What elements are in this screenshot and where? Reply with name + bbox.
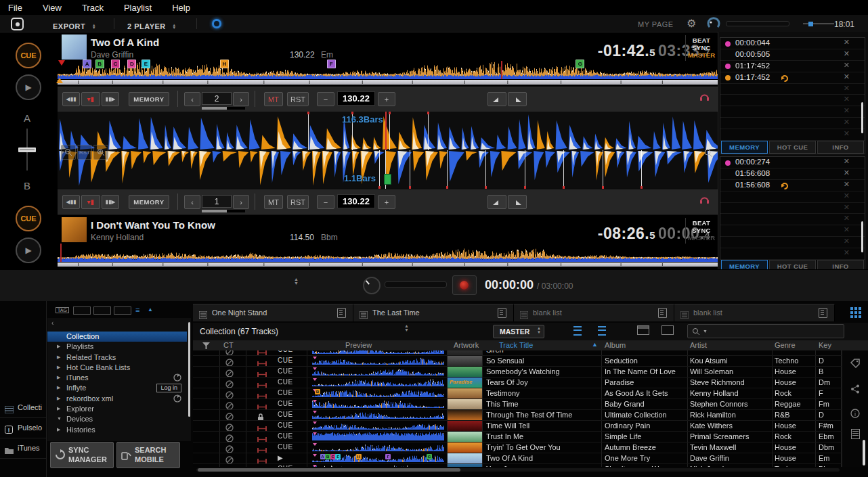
tempo-minus-button[interactable]: − bbox=[317, 195, 334, 209]
shortcut-itunes[interactable]: iTunes bbox=[0, 438, 46, 459]
sidebar-item-rekordbox-xml[interactable]: ▶rekordbox xml bbox=[47, 394, 187, 404]
sidebar-item-histories[interactable]: ▶Histories bbox=[47, 425, 187, 435]
grid-view-icon[interactable] bbox=[850, 307, 861, 318]
table-row[interactable]: CUEBTestimonyAs Good As It GetsKenny Hol… bbox=[193, 388, 842, 399]
col-preview[interactable]: Preview bbox=[345, 341, 372, 349]
master-deck-select[interactable]: MASTER ▲▼ bbox=[493, 325, 544, 338]
delete-cue-icon[interactable]: ✕ bbox=[844, 95, 850, 104]
player-mode-select[interactable]: 2 PLAYER ▲▼ bbox=[127, 20, 176, 32]
cue-row[interactable]: ✕01:17:452 bbox=[720, 72, 865, 84]
preview-waveform[interactable] bbox=[312, 367, 444, 376]
tree-arrow-icon[interactable]: ▶ bbox=[57, 406, 60, 411]
search-filter-dropdown-icon[interactable]: ▼ bbox=[703, 329, 708, 334]
cue-row[interactable]: ✕ bbox=[720, 106, 865, 118]
playlist-tab-2[interactable]: The Last Time bbox=[353, 304, 514, 321]
export-mode-select[interactable]: EXPORT ▲▼ bbox=[53, 20, 96, 32]
deck2-beat-sync[interactable]: BEATSYNCMASTER bbox=[685, 218, 717, 244]
menu-item-view[interactable]: View bbox=[43, 3, 62, 13]
deck2-headphone-cue-icon[interactable] bbox=[699, 195, 710, 207]
zoom-out-icon[interactable] bbox=[61, 145, 76, 160]
sidebar-item-collection[interactable]: Collection bbox=[47, 332, 187, 342]
playlist-doc-icon[interactable] bbox=[337, 308, 346, 318]
preview-waveform[interactable] bbox=[312, 432, 444, 441]
table-row[interactable]: CUEThis TimeBaby GrandStephen ConnorsReg… bbox=[193, 399, 842, 410]
refresh-icon[interactable] bbox=[173, 373, 181, 383]
col-title[interactable]: Track Title bbox=[499, 341, 533, 349]
track-detail-icon[interactable] bbox=[851, 429, 860, 439]
deck1-headphone-cue-icon[interactable] bbox=[699, 92, 710, 104]
related-tracks-icon[interactable] bbox=[850, 384, 860, 394]
settings-gear-icon[interactable]: ⚙ bbox=[687, 17, 696, 30]
delete-cue-icon[interactable]: ✕ bbox=[844, 72, 850, 81]
deck-fader-handle[interactable] bbox=[18, 147, 36, 152]
search-input[interactable]: ▼ bbox=[687, 324, 844, 338]
table-row[interactable]: CUEThrough The Test Of TimeUltimate Coll… bbox=[193, 410, 842, 421]
tab-hot-cue[interactable]: HOT CUE bbox=[769, 141, 816, 154]
memory-button[interactable]: MEMORY bbox=[129, 92, 169, 106]
preview-waveform[interactable] bbox=[312, 465, 444, 467]
artwork-view-icon[interactable] bbox=[637, 325, 649, 335]
col-artist[interactable]: Artist bbox=[690, 341, 707, 349]
sidebar-item-related-tracks[interactable]: ▶Related Tracks bbox=[47, 353, 187, 363]
deck1-cue-button[interactable]: CUE bbox=[16, 43, 41, 68]
rec-level-knob[interactable] bbox=[363, 277, 381, 294]
cue-row[interactable]: ✕ bbox=[720, 237, 865, 248]
table-row[interactable]: CUETrust In MeSimple LifePrimal Screamer… bbox=[193, 432, 842, 442]
cue-preview-button[interactable]: CUE bbox=[278, 422, 293, 429]
delete-cue-icon[interactable]: ✕ bbox=[844, 225, 850, 234]
delete-cue-icon[interactable]: ✕ bbox=[844, 168, 850, 177]
filter-funnel-icon[interactable] bbox=[202, 342, 210, 349]
tempo-plus-button[interactable]: + bbox=[378, 195, 395, 209]
cue-row[interactable]: ✕ bbox=[720, 203, 865, 214]
rec-level-slider[interactable] bbox=[385, 281, 447, 288]
jump-minus-button[interactable]: ‹ bbox=[184, 195, 200, 209]
menu-item-track[interactable]: Track bbox=[82, 3, 104, 13]
playlist-tab-1[interactable]: One Night Stand bbox=[193, 304, 353, 321]
preview-waveform[interactable] bbox=[312, 357, 444, 365]
playlist-tab-3[interactable]: blank list bbox=[514, 304, 674, 321]
cue-row[interactable]: ✕01:56:608 bbox=[720, 180, 865, 191]
sidebar-item-playlists[interactable]: ▶Playlists bbox=[47, 342, 187, 352]
volume-slider[interactable] bbox=[803, 23, 834, 24]
col-genre[interactable]: Genre bbox=[775, 341, 796, 349]
tag-icon[interactable] bbox=[850, 359, 860, 368]
zoom-in-icon[interactable] bbox=[93, 145, 108, 160]
table-row[interactable]: CUETryin' To Get Over YouAutumn BreezeTe… bbox=[193, 442, 842, 453]
delete-cue-icon[interactable]: ✕ bbox=[844, 157, 850, 166]
playlist-doc-icon[interactable] bbox=[819, 308, 827, 318]
zoom-icon[interactable] bbox=[701, 146, 715, 160]
master-tempo-button[interactable]: MT bbox=[264, 195, 283, 209]
tempo-reset-button[interactable]: RST bbox=[287, 195, 309, 209]
tag-slot-2[interactable] bbox=[93, 306, 111, 315]
tag-list-icon[interactable]: ≡ bbox=[135, 306, 139, 314]
menu-item-help[interactable]: Help bbox=[172, 3, 190, 13]
cue-row[interactable]: ✕00:00:274 bbox=[720, 157, 865, 168]
tree-arrow-icon[interactable]: ▶ bbox=[57, 355, 60, 360]
beat-jump-fwd-icon[interactable]: ▮▮▶ bbox=[102, 195, 119, 209]
refresh-icon[interactable] bbox=[173, 394, 181, 404]
table-row[interactable]: ▶ABCEHFGTwo Of A KindOne More TryDave Gr… bbox=[193, 453, 842, 464]
tab-info[interactable]: INFO bbox=[817, 141, 864, 154]
detail-view-icon[interactable] bbox=[598, 326, 606, 338]
tree-arrow-icon[interactable]: ▶ bbox=[57, 375, 60, 380]
deck1-full-waveform[interactable] bbox=[58, 61, 718, 79]
preview-waveform[interactable] bbox=[312, 378, 444, 387]
table-hscroll-thumb[interactable] bbox=[198, 468, 460, 472]
grid-adjust-icon[interactable]: ▾▮ bbox=[81, 195, 100, 209]
memory-button[interactable]: MEMORY bbox=[129, 195, 169, 209]
jump-plus-button[interactable]: › bbox=[233, 195, 249, 209]
beat-jump-fwd-icon[interactable]: ▮▮▶ bbox=[102, 92, 119, 106]
preview-waveform[interactable] bbox=[312, 411, 444, 419]
sidebar-item-devices[interactable]: ▼Devices bbox=[47, 414, 187, 424]
delete-cue-icon[interactable]: ✕ bbox=[844, 248, 850, 257]
deck1-play-button[interactable]: ▶ bbox=[16, 74, 41, 100]
master-volume-knob[interactable] bbox=[707, 17, 720, 29]
sidebar-item-hot-cue-bank-lists[interactable]: ▶Hot Cue Bank Lists bbox=[47, 363, 187, 373]
my-page-button[interactable]: MY PAGE bbox=[638, 20, 674, 28]
record-button[interactable] bbox=[452, 275, 477, 295]
cue-preview-button[interactable]: CUE bbox=[278, 357, 293, 364]
table-row[interactable]: CUETime Will TellOrdinary PainKate Withe… bbox=[193, 421, 842, 432]
delete-cue-icon[interactable]: ✕ bbox=[844, 191, 850, 200]
tree-scrollbar[interactable] bbox=[188, 322, 190, 417]
cue-row[interactable]: ✕00:00:505 bbox=[720, 49, 865, 61]
